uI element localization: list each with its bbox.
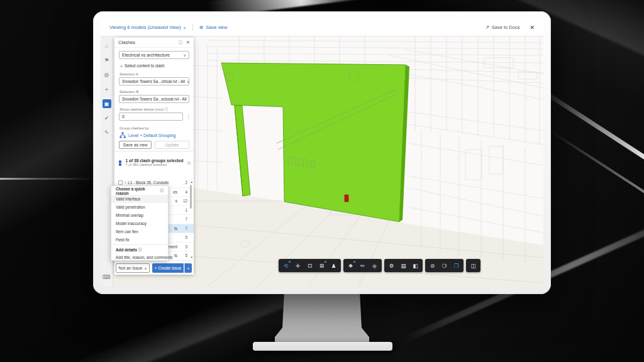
clashes-icon[interactable]: ▣	[103, 99, 111, 108]
markup-tool-group: ❖ ✏ ◉	[343, 259, 382, 272]
list-scrollbar[interactable]	[190, 185, 192, 209]
summary-title: 1 of 38 clash groups selected	[125, 158, 183, 163]
chevron-right-icon[interactable]: ›	[125, 180, 126, 185]
select-all-checkbox[interactable]: –	[119, 160, 121, 166]
chevron-down-icon: ∨	[185, 79, 189, 84]
menu-item-field-fix[interactable]: Field fix	[111, 236, 168, 244]
orbit-icon[interactable]: ⟲	[280, 260, 291, 271]
clash-group-label: s	[175, 199, 177, 203]
app-window: Viewing 6 models (Unsaved View) ∨ ⊕ Save…	[101, 19, 543, 287]
view-selector[interactable]: Viewing 6 models (Unsaved View) ∨	[109, 25, 186, 30]
select-content-label: Select content to clash	[125, 63, 164, 68]
clash-count: 12	[183, 199, 187, 203]
view-selector-label: Viewing 6 models (Unsaved View)	[109, 25, 181, 30]
menu-item-item-can-flex[interactable]: Item can flex	[111, 228, 168, 236]
appearance-icon[interactable]: ❖	[345, 260, 356, 271]
clash-test-select[interactable]: Electrical vs architecture ∨	[119, 51, 189, 59]
selection-a-select[interactable]: Snowdon Towers Sa...ctrical.rvt - All ∨	[119, 77, 189, 85]
close-icon[interactable]: ✕	[530, 25, 535, 31]
selection-b-label: Selection B	[119, 90, 138, 94]
hide-objects-icon[interactable]: ⊘	[427, 260, 438, 271]
grouping-link[interactable]: Level + Default Grouping	[119, 132, 175, 138]
save-to-docs-button[interactable]: ↗ Save to Docs	[485, 25, 519, 30]
markup-view-icon[interactable]: ◉	[369, 260, 380, 271]
create-issue-button[interactable]: + Create issue	[152, 263, 184, 273]
group-by-label: Group clashes by	[119, 126, 149, 130]
menu-item-model-inaccuracy[interactable]: Model inaccuracy	[111, 219, 168, 228]
issues-icon[interactable]: ✔	[103, 114, 111, 123]
panel-close-icon[interactable]: ✕	[186, 40, 190, 45]
visibility-tool-group: ⊘ ❍ ❐	[425, 259, 464, 272]
create-issue-dropdown[interactable]: ∨	[184, 263, 192, 273]
summary-subtitle: 7 of 481 clashes selected	[125, 163, 183, 167]
menu-item-add-title[interactable]: Add title, reason, and comments	[111, 253, 168, 261]
clash-group-label: ment	[169, 244, 177, 249]
model-browser-icon[interactable]: ◍	[103, 70, 111, 79]
divider	[192, 24, 193, 31]
fit-view-icon[interactable]: ⊡	[304, 260, 315, 271]
save-view-button[interactable]: ⊕ Save view	[199, 25, 228, 30]
scroll-down-icon[interactable]: ▾	[191, 255, 192, 259]
first-person-icon[interactable]: ♟	[328, 260, 339, 271]
search-icon[interactable]: ⌖	[103, 85, 111, 94]
saved-views-icon[interactable]: ⚑	[103, 56, 111, 65]
save-as-new-button[interactable]: Save as new	[119, 141, 152, 149]
menu-item-valid-penetration[interactable]: Valid penetration	[111, 203, 168, 211]
clash-count: 5	[185, 235, 187, 239]
clash-count: 1	[185, 208, 187, 212]
divider	[111, 244, 168, 245]
update-button[interactable]: Update	[155, 141, 189, 149]
sheets-icon[interactable]: ◫	[468, 260, 479, 271]
select-content-toggle[interactable]: ∨ Select content to clash	[120, 63, 164, 68]
monitor-stand-base	[253, 342, 392, 351]
nav-tool-group: ⟲ ✛ ⊡ ⊞ ♟	[279, 259, 341, 272]
clash-group-label: L1 - Block 35, Conduits	[128, 180, 169, 185]
external-link-icon: ↗	[485, 25, 489, 30]
popup-header: Choose a quick reason ⓘ	[111, 187, 168, 195]
models-icon[interactable]: ❐	[451, 260, 462, 271]
grouping-tree-icon	[119, 132, 126, 138]
scroll-up-icon[interactable]: ▴	[191, 180, 192, 184]
selection-b-value: Snowdon Towers Sa...ectural.rvt - All	[122, 97, 186, 101]
info-icon: ⓘ	[138, 248, 142, 252]
clash-count: 2	[185, 180, 187, 185]
light-streak	[536, 85, 644, 233]
info-icon: ⓘ	[160, 189, 164, 193]
display-settings-icon[interactable]: ◧	[410, 260, 421, 271]
info-icon[interactable]: ⓘ	[179, 40, 183, 46]
overflow-menu-icon[interactable]: ⋮	[186, 114, 191, 119]
sheets-tool-group: ◫	[466, 259, 480, 272]
not-an-issue-button[interactable]: Not an issue ∧	[116, 263, 150, 273]
selection-a-value: Snowdon Towers Sa...ctrical.rvt - All	[122, 79, 185, 84]
clash-object[interactable]	[345, 195, 348, 202]
selection-b-select[interactable]: Snowdon Towers Sa...ectural.rvt - All ∨	[119, 95, 189, 103]
divider	[114, 151, 194, 151]
model-colors-icon[interactable]: ❍	[439, 260, 450, 271]
bookmark-add-icon: ⊕	[199, 25, 204, 30]
chevron-down-icon: ∨	[186, 97, 189, 101]
not-an-issue-label: Not an issue	[119, 266, 143, 270]
chevron-up-icon: ∧	[144, 266, 147, 270]
row-checkbox[interactable]	[118, 180, 123, 185]
selection-box-icon[interactable]: ⊞	[316, 260, 327, 271]
info-icon: ⓘ	[165, 107, 169, 111]
tolerance-input[interactable]: 0	[119, 112, 183, 121]
grouping-value: Level + Default Grouping	[128, 133, 175, 138]
light-streak	[549, 129, 644, 275]
settings-gear-icon[interactable]: ⚙	[386, 260, 397, 271]
home-icon[interactable]: ⌂	[103, 41, 111, 50]
menu-item-minimal-overlap[interactable]: Minimal overlap	[111, 211, 168, 219]
pan-icon[interactable]: ✛	[292, 260, 303, 271]
chevron-down-icon: ∨	[120, 64, 123, 68]
settings-tool-group: ⚙ ▤ ◧	[384, 259, 423, 272]
visibility-eye-icon[interactable]: ◎	[187, 160, 191, 167]
save-view-label: Save view	[206, 25, 227, 30]
tolerance-label: Show clashes below (mm) ⓘ	[119, 107, 168, 112]
keyboard-shortcuts-icon[interactable]: ⌨	[103, 273, 111, 282]
properties-icon[interactable]: ▤	[398, 260, 409, 271]
menu-item-valid-interface[interactable]: Valid interface	[111, 195, 168, 203]
markups-icon[interactable]: ✎	[103, 128, 111, 137]
measure-icon[interactable]: ✏	[357, 260, 368, 271]
tool-badge	[289, 261, 291, 263]
clash-group-label: es	[173, 190, 177, 194]
